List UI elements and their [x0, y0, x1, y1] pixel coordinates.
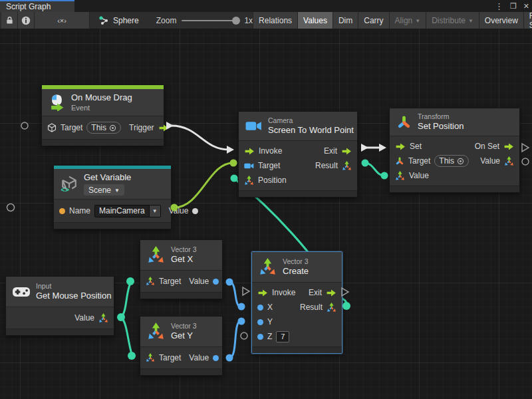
- node-title: Get X: [171, 254, 197, 265]
- port-label-invoke: Invoke: [272, 288, 295, 297]
- port-label-target: Target: [258, 161, 280, 170]
- port-label-value: Value: [409, 171, 429, 180]
- target-picker-icon: [109, 124, 116, 132]
- port-label-exit: Exit: [324, 146, 337, 156]
- transform-icon: [396, 114, 412, 130]
- camera-icon: [245, 120, 262, 132]
- port-label-target: Target: [408, 156, 430, 166]
- port-label-target: Target: [61, 123, 82, 132]
- flow-output-port[interactable]: [503, 143, 514, 150]
- flow-output-port[interactable]: [158, 124, 169, 132]
- vector3-port-icon[interactable]: [504, 156, 514, 166]
- float-input-port-y[interactable]: [257, 319, 263, 325]
- node-title: Get Mouse Position: [36, 291, 111, 301]
- node-get-y[interactable]: Vector 3 Get Y Target Value: [140, 316, 223, 376]
- this-label: This: [91, 123, 106, 132]
- variable-icon: [61, 176, 78, 193]
- chevron-down-icon: ▼: [149, 205, 160, 217]
- node-title: On Mouse Drag: [71, 92, 132, 103]
- flow-output-port[interactable]: [326, 289, 336, 297]
- port-label-value-out: Value: [480, 156, 500, 166]
- port-label-result: Result: [315, 161, 338, 170]
- vector3-port-icon[interactable]: [98, 313, 108, 323]
- port-label-value: Value: [189, 277, 209, 286]
- node-get-variable[interactable]: Get Variable Scene ▼ Name MainCamera ▼ V…: [53, 165, 172, 229]
- string-input-port[interactable]: [59, 208, 65, 214]
- node-category: Camera: [268, 116, 354, 125]
- scope-label: Scene: [88, 186, 111, 195]
- port-label-y: Y: [267, 317, 273, 327]
- node-get-mouse-position[interactable]: Input Get Mouse Position Value: [5, 276, 114, 336]
- node-title: Screen To World Point: [268, 125, 354, 136]
- port-label-position: Position: [258, 176, 287, 185]
- node-category: Input: [36, 282, 111, 291]
- port-label-target: Target: [159, 277, 181, 286]
- float-input-port-z[interactable]: [257, 334, 263, 340]
- camera-port-icon[interactable]: [244, 162, 254, 170]
- port-label-trigger: Trigger: [129, 123, 154, 132]
- port-label-x: X: [267, 303, 273, 312]
- vector3-port-icon[interactable]: [146, 277, 155, 286]
- float-input-port-x[interactable]: [257, 305, 263, 311]
- port-label-value: Value: [189, 353, 209, 362]
- unity-script-graph-window: { "window": { "tab": "Script Graph", "me…: [0, 0, 532, 399]
- variable-scope-dropdown[interactable]: Scene ▼: [84, 184, 124, 196]
- port-label-on-set: On Set: [475, 142, 499, 151]
- node-category: Transform: [418, 112, 464, 121]
- this-chip[interactable]: This: [434, 155, 469, 167]
- flow-input-port[interactable]: [257, 289, 268, 297]
- node-category: Vector 3: [171, 245, 197, 254]
- value-output-port[interactable]: [192, 208, 198, 214]
- this-chip[interactable]: This: [86, 122, 121, 134]
- port-label-target: Target: [159, 353, 181, 362]
- flow-input-port[interactable]: [395, 143, 406, 150]
- vector3-port-icon[interactable]: [327, 303, 336, 313]
- float-output-port[interactable]: [213, 355, 219, 361]
- vector3-icon: [147, 323, 165, 340]
- vector3-port-icon[interactable]: [342, 161, 352, 171]
- node-title: Get Variable: [84, 172, 131, 183]
- transform-port-icon[interactable]: [395, 156, 404, 166]
- nodes-layer: On Mouse Drag Event Target This Trigger: [0, 0, 532, 399]
- port-label-exit: Exit: [309, 288, 322, 297]
- vector3-icon: [147, 246, 165, 264]
- port-label-result: Result: [300, 303, 323, 312]
- vector3-port-icon[interactable]: [244, 176, 254, 186]
- port-label-value: Value: [169, 206, 189, 215]
- port-label-invoke: Invoke: [259, 146, 282, 156]
- variable-name-dropdown[interactable]: MainCamera ▼: [94, 205, 161, 217]
- z-value-input[interactable]: 7: [276, 331, 289, 342]
- node-category: Vector 3: [171, 322, 197, 331]
- node-on-mouse-drag[interactable]: On Mouse Drag Event Target This Trigger: [41, 84, 164, 146]
- variable-name-value: MainCamera: [95, 206, 149, 215]
- node-set-position[interactable]: Transform Set Position Set On Set Target…: [389, 108, 520, 193]
- chevron-down-icon: ▼: [114, 188, 120, 194]
- float-output-port[interactable]: [213, 279, 219, 285]
- flow-input-port[interactable]: [244, 148, 255, 155]
- node-subtitle: Event: [71, 103, 132, 112]
- gameobject-icon[interactable]: [47, 123, 57, 132]
- port-label-set: Set: [410, 142, 422, 151]
- this-label: This: [439, 156, 454, 166]
- gamepad-icon: [13, 287, 30, 297]
- mouse-drag-icon: [49, 94, 65, 111]
- vector3-port-icon[interactable]: [395, 171, 405, 181]
- target-picker-icon: [457, 158, 464, 165]
- port-label-name: Name: [69, 206, 90, 215]
- port-label-z: Z: [267, 332, 272, 341]
- node-screen-to-world-point[interactable]: Camera Screen To World Point Invoke Exit…: [238, 111, 358, 198]
- vector3-icon: [259, 258, 277, 276]
- node-get-x[interactable]: Vector 3 Get X Target Value: [140, 239, 223, 299]
- node-title: Set Position: [418, 121, 464, 132]
- node-title: Create: [283, 266, 309, 277]
- node-category: Vector 3: [283, 257, 309, 266]
- port-label-value: Value: [74, 313, 94, 323]
- vector3-port-icon[interactable]: [146, 353, 155, 362]
- flow-output-port[interactable]: [341, 148, 352, 155]
- node-title: Get Y: [171, 331, 197, 341]
- node-vector3-create[interactable]: Vector 3 Create Invoke Exit X Result: [251, 251, 342, 354]
